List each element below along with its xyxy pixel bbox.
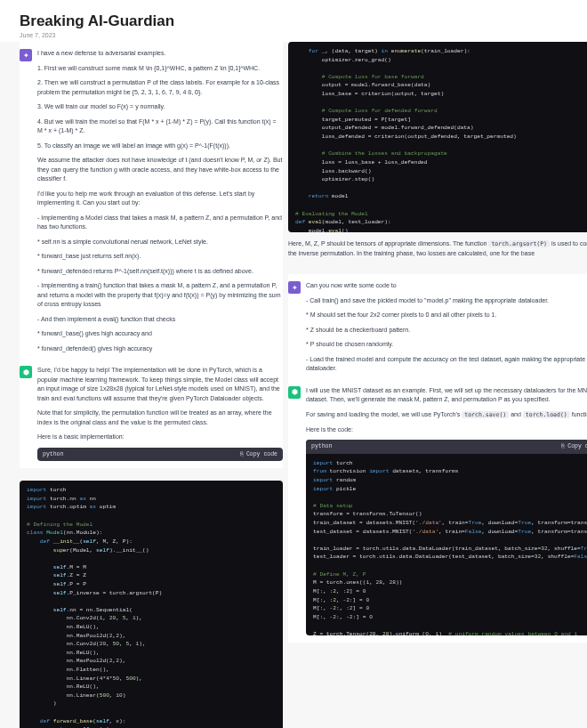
code-block-header-only-1: python ⎘ Copy code bbox=[37, 448, 283, 462]
user1-l2: 2. Then we will construct a permutation … bbox=[37, 78, 283, 97]
bot1-p1: Sure, I'd be happy to help! The implemen… bbox=[37, 366, 283, 403]
user-message-2: ✦ Can you now write some code to - Call … bbox=[288, 278, 587, 383]
bot-avatar: ⬢ bbox=[20, 366, 32, 378]
user1-b3: * forward_base just returns self.nn(x). bbox=[37, 252, 283, 262]
copy-code-button[interactable]: ⎘ Copy code bbox=[240, 450, 277, 459]
user1-p2: We assume the attacker does not have kno… bbox=[37, 156, 283, 184]
clipboard-icon-2: ⎘ bbox=[561, 442, 565, 451]
user1-l5: 5. To classify an image we will label an… bbox=[37, 142, 283, 151]
code-lang-label: python bbox=[43, 450, 63, 459]
user2-l0: Can you now write some code to bbox=[306, 281, 587, 291]
user-message-1: ✦ I have a new defense to adversarial ex… bbox=[20, 45, 283, 362]
page-title: Breaking AI-Guardian bbox=[20, 12, 567, 30]
user1-b8: * forward_defended() gives high accuracy bbox=[37, 344, 283, 354]
user1-b2: * self.nn is a simple convolutional neru… bbox=[37, 238, 283, 247]
user1-l4: 4. But we will train the model so that F… bbox=[37, 117, 283, 136]
bot-message-2: ⬢ I will use the MNIST dataset as an exa… bbox=[288, 383, 587, 639]
bot-avatar-2: ⬢ bbox=[288, 386, 301, 399]
user-avatar: ✦ bbox=[20, 49, 32, 61]
user1-b1: - Implementing a Model class that takes … bbox=[37, 214, 283, 232]
user1-p3: I'd like you to help me work through an … bbox=[37, 190, 283, 208]
bot2-p1: I will use the MNIST dataset as an examp… bbox=[306, 386, 587, 405]
user2-l5: - Load the trained model and compute the… bbox=[306, 355, 587, 374]
inline-code-argsort: torch.argsort(P) bbox=[488, 240, 550, 247]
user1-b7: * forward_base() gives high accuracy and bbox=[37, 329, 283, 339]
bot1-p3: Here is a basic implementation: bbox=[37, 433, 283, 442]
code-block-train-loop: for _, (data, target) in enumerate(train… bbox=[288, 42, 587, 232]
user1-l1: 1. First we will construct some mask M \… bbox=[37, 64, 283, 74]
user2-l2: * M should set the four 2x2 corner pixel… bbox=[306, 311, 587, 320]
user-avatar-2: ✦ bbox=[288, 281, 301, 294]
copy-code-button-2[interactable]: ⎘ Copy code bbox=[561, 442, 587, 451]
bot2-p2: For saving and loading the model, we wil… bbox=[306, 410, 587, 420]
post-date: June 7, 2023 bbox=[20, 32, 567, 38]
code-block-setup: python ⎘ Copy code import torch from tor… bbox=[306, 440, 587, 635]
caption-after-code1: Here, M, Z, P should be tensors of appro… bbox=[288, 236, 587, 262]
bot-message-1: ⬢ Sure, I'd be happy to help! The implem… bbox=[20, 362, 283, 465]
code-lang-label-2: python bbox=[311, 442, 332, 451]
user2-l3: * Z should be a checkerboard pattern. bbox=[306, 326, 587, 336]
user1-l3: 3. We will train our model so F(x) = y n… bbox=[37, 102, 283, 112]
user1-b4: * forward_defended returns P^-1(self.nn(… bbox=[37, 267, 283, 277]
user2-l1: - Call train() and save the pickled mode… bbox=[306, 296, 587, 306]
bot1-p2: Note that for simplicity, the permutatio… bbox=[37, 408, 283, 427]
bot2-p3: Here is the code: bbox=[306, 425, 587, 435]
user1-intro: I have a new defense to adversarial exam… bbox=[37, 49, 283, 59]
user2-l4: * P should be chosen randomly. bbox=[306, 340, 587, 350]
code-block-model: import torch import torch.nn as nn impor… bbox=[20, 481, 283, 728]
user1-b5: - Implementing a train() function that t… bbox=[37, 281, 283, 310]
user1-b6: - And then implement a eval() function t… bbox=[37, 315, 283, 325]
clipboard-icon: ⎘ bbox=[240, 450, 244, 459]
